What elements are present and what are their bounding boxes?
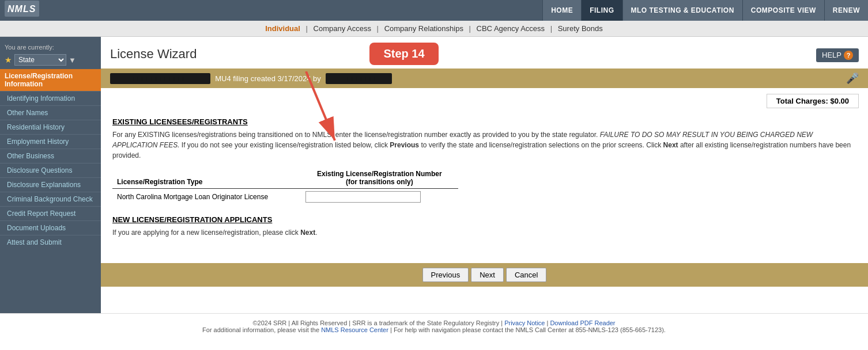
microphone-icon: 🎤 xyxy=(846,72,859,85)
nmls-logo: NMLS xyxy=(5,1,39,20)
privacy-notice-link[interactable]: Privacy Notice xyxy=(504,319,545,326)
surety-bonds-link[interactable]: Surety Bonds xyxy=(558,24,603,33)
sidebar-item-identifying[interactable]: Identifying Information xyxy=(0,91,101,105)
license-table: License/Registration Type Existing Licen… xyxy=(112,168,458,205)
sidebar-state-row: ★ State ▼ xyxy=(0,53,101,69)
col-existing-number: Existing License/Registration Number (fo… xyxy=(301,168,458,189)
sidebar-item-attest-submit[interactable]: Attest and Submit xyxy=(0,235,101,249)
page-header-row: License Wizard Step 14 HELP ? xyxy=(101,37,868,69)
filing-button[interactable]: FILING xyxy=(581,0,622,21)
new-section-title: NEW LICENSE/REGISTRATION APPLICANTS xyxy=(112,215,856,224)
help-label: HELP xyxy=(822,51,841,59)
sidebar-item-credit-report[interactable]: Credit Report Request xyxy=(0,206,101,220)
dropdown-icon: ▼ xyxy=(69,56,76,64)
table-row: North Carolina Mortgage Loan Originator … xyxy=(112,189,458,206)
nmls-resource-link[interactable]: NMLS Resource Center xyxy=(321,326,388,333)
cancel-button[interactable]: Cancel xyxy=(506,268,546,282)
help-icon: ? xyxy=(844,51,853,60)
main-layout: You are currently: ★ State ▼ License/Reg… xyxy=(0,37,868,313)
state-select[interactable]: State xyxy=(14,54,66,66)
sidebar-item-other-business[interactable]: Other Business xyxy=(0,149,101,163)
next-button[interactable]: Next xyxy=(471,268,504,282)
filing-text: MU4 filing created 3/17/2024 by xyxy=(215,74,321,83)
sidebar-item-residential[interactable]: Residential History xyxy=(0,120,101,134)
svg-text:NMLS: NMLS xyxy=(7,4,36,14)
page-title: License Wizard xyxy=(110,47,197,62)
mlo-testing-button[interactable]: MLO TESTING & EDUCATION xyxy=(622,0,742,21)
sub-navbar: Individual | Company Access | Company Re… xyxy=(0,21,868,37)
license-type-cell: North Carolina Mortgage Loan Originator … xyxy=(112,189,301,206)
content-area: License Wizard Step 14 HELP ? xyxy=(101,37,868,313)
sidebar-item-document-uploads[interactable]: Document Uploads xyxy=(0,220,101,235)
main-content: EXISTING LICENSEES/REGISTRANTS For any E… xyxy=(101,111,868,252)
sidebar-item-disclosure-explanations[interactable]: Disclosure Explanations xyxy=(0,177,101,192)
footer: ©2024 SRR | All Rights Reserved | SRR is… xyxy=(0,313,868,339)
footer-line1: ©2024 SRR | All Rights Reserved | SRR is… xyxy=(6,319,862,326)
download-pdf-link[interactable]: Download PDF Reader xyxy=(550,319,615,326)
renew-button[interactable]: RENEW xyxy=(824,0,868,21)
filing-user-redacted: ■■■■■■■ xyxy=(326,73,392,84)
step-badge-container: Step 14 xyxy=(266,43,438,65)
action-bar: Previous Next Cancel xyxy=(101,263,868,287)
top-navbar: NMLS HOME FILING MLO TESTING & EDUCATION… xyxy=(0,0,868,21)
total-charges: Total Charges: $0.00 xyxy=(767,94,859,108)
sidebar-item-disclosure-questions[interactable]: Disclosure Questions xyxy=(0,163,101,177)
sidebar-item-employment[interactable]: Employment History xyxy=(0,134,101,149)
existing-section-title: EXISTING LICENSEES/REGISTRANTS xyxy=(112,117,856,126)
sidebar-currently-label: You are currently: xyxy=(0,41,101,53)
charges-row: Total Charges: $0.00 xyxy=(101,88,868,111)
col-license-type: License/Registration Type xyxy=(112,168,301,189)
license-number-input[interactable] xyxy=(305,191,421,203)
cbc-agency-link[interactable]: CBC Agency Access xyxy=(477,24,545,33)
step-badge: Step 14 xyxy=(369,43,438,65)
sidebar-item-other-names[interactable]: Other Names xyxy=(0,105,101,120)
home-button[interactable]: HOME xyxy=(542,0,581,21)
sidebar-item-criminal-background[interactable]: Criminal Background Check xyxy=(0,192,101,206)
previous-button[interactable]: Previous xyxy=(422,268,469,282)
individual-link[interactable]: Individual xyxy=(265,24,300,33)
filing-name-redacted: ■■■■■■■■■■■■ xyxy=(110,73,210,84)
new-section-text: If you are applying for a new license/re… xyxy=(112,227,856,238)
company-access-link[interactable]: Company Access xyxy=(314,24,371,33)
footer-line2: For additional information, please visit… xyxy=(6,326,862,333)
filing-info: ■■■■■■■■■■■■ MU4 filing created 3/17/202… xyxy=(110,73,392,84)
license-number-cell xyxy=(301,189,458,206)
existing-section-text: For any EXISTING licenses/registrations … xyxy=(112,130,856,161)
composite-view-button[interactable]: COMPOSITE VIEW xyxy=(742,0,824,21)
sidebar-section-license[interactable]: License/RegistrationInformation xyxy=(0,69,101,91)
company-relationships-link[interactable]: Company Relationships xyxy=(384,24,463,33)
filing-bar: ■■■■■■■■■■■■ MU4 filing created 3/17/202… xyxy=(101,69,868,88)
star-icon: ★ xyxy=(5,55,12,64)
sidebar: You are currently: ★ State ▼ License/Reg… xyxy=(0,37,101,313)
help-button[interactable]: HELP ? xyxy=(816,48,859,62)
